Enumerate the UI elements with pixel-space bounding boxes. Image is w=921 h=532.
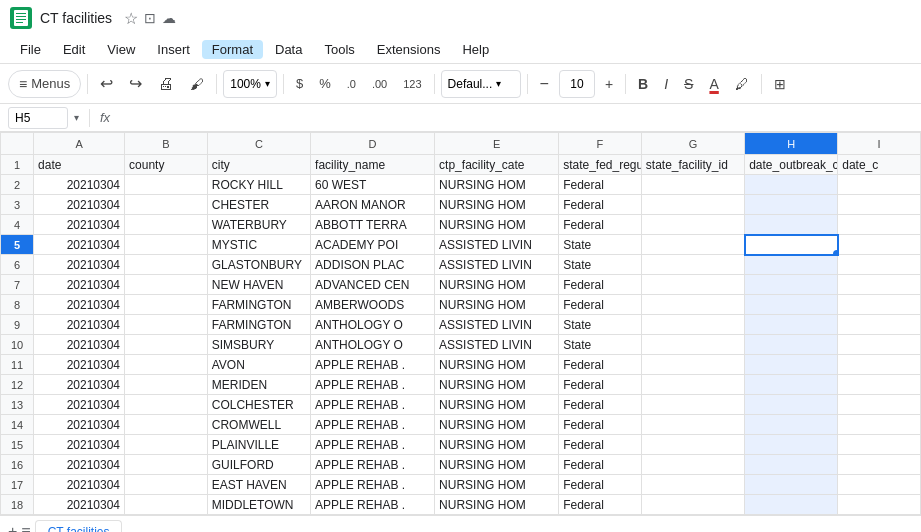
cell-d15[interactable]: APPLE REHAB . <box>311 435 435 455</box>
cell-a9[interactable]: 20210304 <box>34 315 125 335</box>
cell-i7[interactable] <box>838 275 921 295</box>
cell-b12[interactable] <box>125 375 208 395</box>
cell-h15[interactable] <box>745 435 838 455</box>
cell-f3[interactable]: Federal <box>559 195 642 215</box>
cell-e11[interactable]: NURSING HOM <box>435 355 559 375</box>
cell-g2[interactable] <box>641 175 744 195</box>
row-number-15[interactable]: 15 <box>1 435 34 455</box>
cell-c11[interactable]: AVON <box>207 355 310 375</box>
cell-e4[interactable]: NURSING HOM <box>435 215 559 235</box>
cell-i11[interactable] <box>838 355 921 375</box>
cell-c5[interactable]: MYSTIC <box>207 235 310 255</box>
cell-d16[interactable]: APPLE REHAB . <box>311 455 435 475</box>
cell-b3[interactable] <box>125 195 208 215</box>
row-number-1[interactable]: 1 <box>1 155 34 175</box>
cell-g10[interactable] <box>641 335 744 355</box>
row-number-4[interactable]: 4 <box>1 215 34 235</box>
cell-h10[interactable] <box>745 335 838 355</box>
cell-c13[interactable]: COLCHESTER <box>207 395 310 415</box>
cell-c10[interactable]: SIMSBURY <box>207 335 310 355</box>
cell-h7[interactable] <box>745 275 838 295</box>
add-sheet-icon[interactable]: + <box>8 523 17 533</box>
cell-a18[interactable]: 20210304 <box>34 495 125 515</box>
cell-b1[interactable]: county <box>125 155 208 175</box>
col-header-c[interactable]: C <box>207 133 310 155</box>
cell-d14[interactable]: APPLE REHAB . <box>311 415 435 435</box>
cell-b6[interactable] <box>125 255 208 275</box>
cell-e14[interactable]: NURSING HOM <box>435 415 559 435</box>
cell-i16[interactable] <box>838 455 921 475</box>
cell-d9[interactable]: ANTHOLOGY O <box>311 315 435 335</box>
cell-i13[interactable] <box>838 395 921 415</box>
cell-i9[interactable] <box>838 315 921 335</box>
font-size-decrease-button[interactable]: − <box>534 70 555 98</box>
format-number-button[interactable]: 123 <box>397 70 427 98</box>
cloud-icon[interactable]: ☁ <box>162 10 176 26</box>
cell-a13[interactable]: 20210304 <box>34 395 125 415</box>
cell-i1[interactable]: date_c <box>838 155 921 175</box>
percent-button[interactable]: % <box>313 70 337 98</box>
cell-g18[interactable] <box>641 495 744 515</box>
cell-h17[interactable] <box>745 475 838 495</box>
cell-f8[interactable]: Federal <box>559 295 642 315</box>
dec-decrease-button[interactable]: .0 <box>341 70 362 98</box>
cell-c15[interactable]: PLAINVILLE <box>207 435 310 455</box>
menu-tools[interactable]: Tools <box>314 40 364 59</box>
cell-a12[interactable]: 20210304 <box>34 375 125 395</box>
cell-e13[interactable]: NURSING HOM <box>435 395 559 415</box>
menu-view[interactable]: View <box>97 40 145 59</box>
cell-b9[interactable] <box>125 315 208 335</box>
undo-button[interactable]: ↩ <box>94 70 119 98</box>
cell-c12[interactable]: MERIDEN <box>207 375 310 395</box>
cell-d12[interactable]: APPLE REHAB . <box>311 375 435 395</box>
cell-f5[interactable]: State <box>559 235 642 255</box>
cell-d18[interactable]: APPLE REHAB . <box>311 495 435 515</box>
row-number-5[interactable]: 5 <box>1 235 34 255</box>
cell-reference-box[interactable]: H5 <box>8 107 68 129</box>
row-number-18[interactable]: 18 <box>1 495 34 515</box>
cell-e16[interactable]: NURSING HOM <box>435 455 559 475</box>
cell-h5[interactable] <box>745 235 838 255</box>
col-header-d[interactable]: D <box>311 133 435 155</box>
cell-g12[interactable] <box>641 375 744 395</box>
cell-a10[interactable]: 20210304 <box>34 335 125 355</box>
row-number-11[interactable]: 11 <box>1 355 34 375</box>
menu-data[interactable]: Data <box>265 40 312 59</box>
cell-g15[interactable] <box>641 435 744 455</box>
cell-g1[interactable]: state_facility_id <box>641 155 744 175</box>
cell-c6[interactable]: GLASTONBURY <box>207 255 310 275</box>
cell-a17[interactable]: 20210304 <box>34 475 125 495</box>
dec-increase-button[interactable]: .00 <box>366 70 393 98</box>
cell-d5[interactable]: ACADEMY POI <box>311 235 435 255</box>
cell-d1[interactable]: facility_name <box>311 155 435 175</box>
cell-h8[interactable] <box>745 295 838 315</box>
menu-file[interactable]: File <box>10 40 51 59</box>
cell-b5[interactable] <box>125 235 208 255</box>
cell-f2[interactable]: Federal <box>559 175 642 195</box>
cell-b15[interactable] <box>125 435 208 455</box>
cell-c7[interactable]: NEW HAVEN <box>207 275 310 295</box>
row-number-12[interactable]: 12 <box>1 375 34 395</box>
row-number-6[interactable]: 6 <box>1 255 34 275</box>
menu-extensions[interactable]: Extensions <box>367 40 451 59</box>
cell-g13[interactable] <box>641 395 744 415</box>
cell-b2[interactable] <box>125 175 208 195</box>
cell-g9[interactable] <box>641 315 744 335</box>
cell-i15[interactable] <box>838 435 921 455</box>
text-color-button[interactable]: A <box>703 70 724 98</box>
corner-cell[interactable] <box>1 133 34 155</box>
cell-g11[interactable] <box>641 355 744 375</box>
cell-a2[interactable]: 20210304 <box>34 175 125 195</box>
cell-i14[interactable] <box>838 415 921 435</box>
cell-e1[interactable]: ctp_facility_cate <box>435 155 559 175</box>
cell-i8[interactable] <box>838 295 921 315</box>
font-size-input[interactable]: 10 <box>559 70 595 98</box>
cell-h13[interactable] <box>745 395 838 415</box>
cell-h1[interactable]: date_outbreak_c <box>745 155 838 175</box>
cell-c2[interactable]: ROCKY HILL <box>207 175 310 195</box>
cell-i5[interactable] <box>838 235 921 255</box>
cell-g3[interactable] <box>641 195 744 215</box>
redo-button[interactable]: ↪ <box>123 70 148 98</box>
doc-icon[interactable]: ⊡ <box>144 10 156 26</box>
cell-e10[interactable]: ASSISTED LIVIN <box>435 335 559 355</box>
